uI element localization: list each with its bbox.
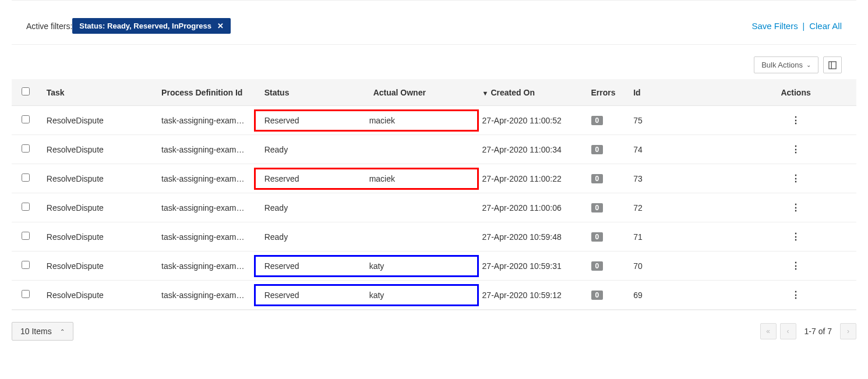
row-checkbox[interactable]	[22, 290, 30, 298]
next-page-button[interactable]: ›	[840, 323, 856, 339]
first-page-button[interactable]: «	[760, 323, 777, 339]
highlight-box: Reservedmaciek	[254, 168, 479, 190]
kebab-icon[interactable]	[791, 261, 800, 271]
cell-created: 27-Apr-2020 10:59:31	[475, 252, 584, 281]
cell-errors: 0	[584, 135, 627, 164]
row-checkbox[interactable]	[22, 232, 30, 240]
cell-process: task-assigning-exam…	[154, 135, 257, 164]
cell-id: 70	[626, 252, 735, 281]
cell-id: 75	[626, 106, 735, 135]
cell-process: task-assigning-exam…	[154, 222, 257, 252]
table-row: ResolveDisputetask-assigning-exam…Ready2…	[12, 193, 856, 222]
cell-task: ResolveDispute	[40, 222, 154, 252]
cell-status-owner: Reservedmaciek	[257, 164, 475, 193]
cell-actions	[735, 252, 856, 281]
cell-task: ResolveDispute	[40, 193, 154, 222]
row-checkbox[interactable]	[22, 203, 30, 211]
close-icon[interactable]: ✕	[217, 22, 224, 30]
select-all-checkbox[interactable]	[22, 87, 30, 95]
column-header-owner[interactable]: Actual Owner	[366, 79, 475, 106]
table-row: ResolveDisputetask-assigning-exam…Ready2…	[12, 222, 856, 252]
kebab-icon[interactable]	[791, 291, 800, 300]
error-badge[interactable]: 0	[591, 261, 604, 271]
kebab-icon[interactable]	[791, 116, 800, 125]
cell-actions	[735, 164, 856, 193]
row-checkbox[interactable]	[22, 115, 30, 123]
cell-task: ResolveDispute	[40, 281, 154, 310]
cell-id: 73	[626, 164, 735, 193]
cell-created: 27-Apr-2020 11:00:06	[475, 193, 584, 222]
column-header-process[interactable]: Process Definition Id	[154, 79, 257, 106]
cell-errors: 0	[584, 252, 627, 281]
chevron-up-icon: ⌃	[60, 328, 65, 335]
cell-owner: maciek	[362, 116, 467, 125]
bulk-actions-button[interactable]: Bulk Actions ⌄	[754, 56, 818, 73]
error-badge[interactable]: 0	[591, 174, 604, 183]
column-header-created-label: Created On	[491, 88, 534, 97]
page-size-select[interactable]: 10 Items ⌃	[12, 322, 73, 341]
cell-status-owner: Reservedmaciek	[257, 106, 475, 135]
clear-all-link[interactable]: Clear All	[809, 21, 842, 31]
cell-created: 27-Apr-2020 11:00:52	[475, 106, 584, 135]
cell-status: Ready	[257, 193, 366, 222]
highlight-box: Reservedkaty	[254, 255, 479, 277]
cell-process: task-assigning-exam…	[154, 252, 257, 281]
filter-chip-text: Status: Ready, Reserved, InProgress	[79, 22, 211, 30]
kebab-icon[interactable]	[791, 203, 800, 212]
error-badge[interactable]: 0	[591, 203, 604, 212]
cell-task: ResolveDispute	[40, 164, 154, 193]
cell-status: Reserved	[257, 174, 362, 183]
error-badge[interactable]: 0	[591, 116, 604, 125]
cell-created: 27-Apr-2020 10:59:48	[475, 222, 584, 252]
cell-status-owner: Reservedkaty	[257, 252, 475, 281]
error-badge[interactable]: 0	[591, 232, 604, 242]
column-header-actions: Actions	[735, 79, 856, 106]
highlight-box: Reservedmaciek	[254, 109, 479, 132]
cell-task: ResolveDispute	[40, 252, 154, 281]
kebab-icon[interactable]	[791, 145, 800, 154]
cell-owner: maciek	[362, 174, 467, 183]
separator: |	[803, 22, 805, 31]
row-checkbox[interactable]	[22, 144, 30, 153]
cell-status: Ready	[257, 135, 366, 164]
pagination: « ‹ 1-7 of 7 ›	[760, 323, 856, 339]
cell-status: Reserved	[257, 291, 362, 300]
error-badge[interactable]: 0	[591, 145, 604, 154]
cell-process: task-assigning-exam…	[154, 106, 257, 135]
cell-status: Ready	[257, 222, 366, 252]
cell-id: 74	[626, 135, 735, 164]
cell-errors: 0	[584, 164, 627, 193]
cell-actions	[735, 281, 856, 310]
cell-created: 27-Apr-2020 11:00:34	[475, 135, 584, 164]
save-filters-link[interactable]: Save Filters	[752, 21, 798, 31]
footer: 10 Items ⌃ « ‹ 1-7 of 7 ›	[12, 310, 856, 352]
kebab-icon[interactable]	[791, 174, 800, 183]
cell-errors: 0	[584, 106, 627, 135]
cell-actions	[735, 193, 856, 222]
cell-owner	[366, 222, 475, 252]
table-row: ResolveDisputetask-assigning-exam…Reserv…	[12, 164, 856, 193]
cell-status: Reserved	[257, 116, 362, 125]
column-settings-button[interactable]	[823, 56, 842, 73]
prev-page-button[interactable]: ‹	[780, 323, 796, 339]
filter-chip-status[interactable]: Status: Ready, Reserved, InProgress ✕	[72, 18, 231, 34]
column-header-created[interactable]: ▼Created On	[475, 79, 584, 106]
column-header-id[interactable]: Id	[626, 79, 735, 106]
cell-process: task-assigning-exam…	[154, 281, 257, 310]
cell-actions	[735, 222, 856, 252]
row-checkbox[interactable]	[22, 173, 30, 182]
page-range: 1-7 of 7	[805, 327, 832, 336]
kebab-icon[interactable]	[791, 232, 800, 242]
column-header-errors[interactable]: Errors	[584, 79, 627, 106]
column-header-task[interactable]: Task	[40, 79, 154, 106]
cell-owner: katy	[362, 291, 467, 300]
error-badge[interactable]: 0	[591, 291, 604, 300]
sort-desc-icon: ▼	[482, 90, 489, 97]
table-row: ResolveDisputetask-assigning-exam…Reserv…	[12, 281, 856, 310]
cell-errors: 0	[584, 193, 627, 222]
cell-owner: katy	[362, 261, 467, 271]
column-header-status[interactable]: Status	[257, 79, 366, 106]
row-checkbox[interactable]	[22, 261, 30, 269]
select-all-header	[12, 79, 40, 106]
filter-bar: Active filters: Status: Ready, Reserved,…	[12, 0, 856, 45]
